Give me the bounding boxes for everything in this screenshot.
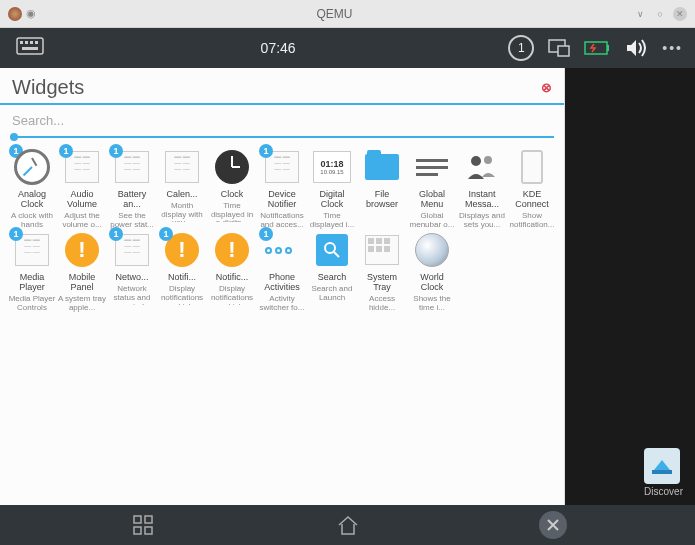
svg-rect-14 [652,470,672,474]
svg-rect-9 [607,45,609,51]
desktop-area[interactable]: Discover [565,68,695,505]
widget-item[interactable]: Global MenuGlobal menubar o... [408,148,456,229]
widget-name: File browser [358,190,406,210]
volume-icon[interactable] [624,37,648,59]
panel-title: Widgets [12,76,541,99]
status-bar: 07:46 1 ••• [0,28,695,68]
widget-item[interactable]: ══ ══── ──── ──Calen...Month display wit… [158,148,206,229]
count-badge: 1 [259,227,273,241]
widget-item[interactable]: 1!Notifi...Display notifications and job… [158,231,206,312]
widget-desc: Displays and sets you... [458,212,506,230]
widget-item[interactable]: !Mobile PanelA system tray apple... [58,231,106,312]
widget-icon: 1══ ══── ──── ── [13,231,51,269]
widget-desc: Search and Launch [308,285,356,303]
svg-rect-8 [585,42,607,54]
widget-name: Netwo... [115,273,148,283]
widget-name: Media Player [8,273,56,293]
svg-rect-4 [35,41,38,44]
close-button[interactable]: ✕ [673,7,687,21]
widget-item[interactable]: World ClockShows the time i... [408,231,456,312]
battery-icon[interactable] [584,41,610,55]
widget-item[interactable]: File browser [358,148,406,229]
more-icon[interactable]: ••• [662,40,683,56]
widget-name: Mobile Panel [58,273,106,293]
widget-name: Battery an... [108,190,156,210]
widget-name: Notifi... [168,273,196,283]
widget-name: KDE Connect [508,190,556,210]
app-icon [8,7,22,21]
widget-desc: Display notifications and jobs [158,285,206,305]
widget-item[interactable]: 1══ ══── ──── ──Battery an...See the pow… [108,148,156,229]
widget-desc: Global menubar o... [408,212,456,230]
close-panel-icon[interactable]: ⊗ [541,80,552,95]
close-task-button[interactable] [539,511,567,539]
svg-point-12 [325,243,335,253]
widget-item[interactable]: 1══ ══── ──── ──Device NotifierNotificat… [258,148,306,229]
svg-rect-0 [17,38,43,54]
svg-rect-1 [20,41,23,44]
svg-rect-17 [134,527,141,534]
widget-icon: ! [63,231,101,269]
widget-item[interactable]: 1══ ══── ──── ──Netwo...Network status a… [108,231,156,312]
discover-launcher[interactable]: Discover [644,448,683,497]
count-badge: 1 [259,144,273,158]
widget-item[interactable]: System TrayAccess hidde... [358,231,406,312]
widget-item[interactable]: SearchSearch and Launch [308,231,356,312]
widget-item[interactable]: ClockTime displayed in a digita... [208,148,256,229]
minimize-button[interactable]: ∨ [633,7,647,21]
keyboard-icon[interactable] [12,33,48,63]
widget-icon [413,231,451,269]
widget-item[interactable]: 1Phone ActivitiesActivity switcher fo... [258,231,306,312]
widget-item[interactable]: 1══ ══── ──── ──Media PlayerMedia Player… [8,231,56,312]
widget-desc: Shows the time i... [408,295,456,313]
widget-item[interactable]: Instant Messa...Displays and sets you... [458,148,506,229]
widget-icon [413,148,451,186]
widgets-panel: Widgets ⊗ 1Analog ClockA clock with hand… [0,68,565,505]
svg-rect-15 [134,516,141,523]
widget-icon [463,148,501,186]
clock-time[interactable]: 07:46 [48,40,508,56]
widget-icon [213,148,251,186]
widget-icon: 01:1810.09.15 [313,148,351,186]
pin-icon[interactable]: ◉ [26,7,36,20]
widget-name: World Clock [408,273,456,293]
display-icon[interactable] [548,38,570,58]
maximize-button[interactable]: ○ [653,7,667,21]
widget-icon: 1══ ══── ──── ── [113,148,151,186]
window-title: QEMU [36,7,633,21]
widget-desc: A system tray apple... [58,295,106,313]
widget-name: Search [318,273,347,283]
widget-icon: 1══ ══── ──── ── [113,231,151,269]
widget-name: Phone Activities [258,273,306,293]
widget-icon [313,231,351,269]
search-input[interactable] [10,109,554,132]
bottom-bar [0,505,695,545]
widget-desc: Time displayed in a digita... [208,202,256,222]
widget-name: Device Notifier [258,190,306,210]
svg-rect-2 [25,41,28,44]
widget-desc: Time displayed i... [308,212,356,230]
widget-item[interactable]: !Notific...Display notifications and job… [208,231,256,312]
widget-item[interactable]: 1══ ══── ──── ──Audio VolumeAdjust the v… [58,148,106,229]
widget-icon: ! [213,231,251,269]
widget-name: Analog Clock [8,190,56,210]
widget-name: Digital Clock [308,190,356,210]
widget-name: Calen... [166,190,197,200]
discover-icon [644,448,680,484]
widget-desc: Adjust the volume o... [58,212,106,230]
widget-name: Audio Volume [58,190,106,210]
widget-desc: Month display with you... [158,202,206,222]
widget-name: Clock [221,190,244,200]
widget-grid: 1Analog ClockA clock with hands1══ ══── … [0,138,564,323]
widget-item[interactable]: 01:1810.09.15Digital ClockTime displayed… [308,148,356,229]
widget-icon [363,231,401,269]
widget-item[interactable]: KDE ConnectShow notification... [508,148,556,229]
widget-name: Instant Messa... [458,190,506,210]
widget-desc: Show notification... [508,212,556,230]
apps-grid-button[interactable] [40,514,245,536]
widget-name: Notific... [216,273,249,283]
notification-badge[interactable]: 1 [508,35,534,61]
widget-icon: 1 [13,148,51,186]
home-button[interactable] [245,514,450,536]
widget-item[interactable]: 1Analog ClockA clock with hands [8,148,56,229]
